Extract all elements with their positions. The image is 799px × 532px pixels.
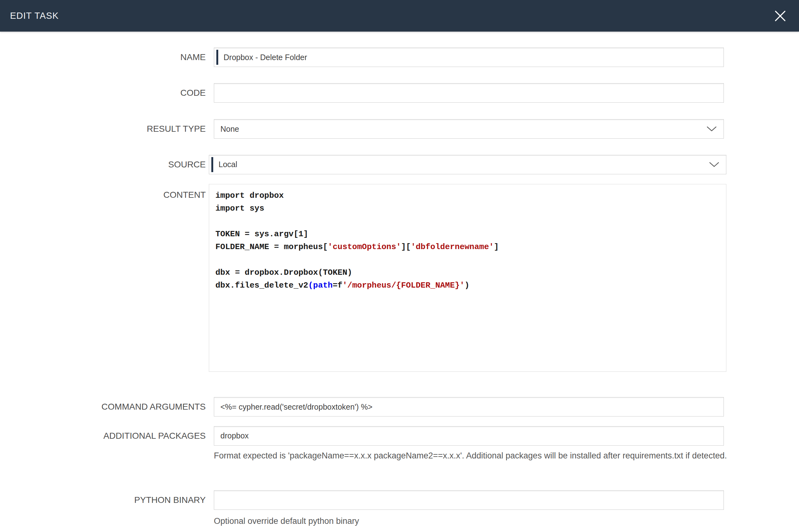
chevron-down-icon bbox=[707, 125, 717, 134]
close-icon bbox=[774, 10, 786, 22]
result-type-select[interactable]: None bbox=[214, 119, 724, 139]
field-row-content: CONTENT import dropboximport sys TOKEN =… bbox=[0, 184, 726, 372]
close-button[interactable] bbox=[773, 8, 788, 23]
source-selected-value: Local bbox=[219, 160, 237, 169]
python-binary-input[interactable] bbox=[214, 490, 724, 510]
code-input[interactable] bbox=[214, 83, 724, 103]
name-label: NAME bbox=[0, 52, 206, 62]
result-type-label: RESULT TYPE bbox=[0, 124, 206, 134]
content-code-editor[interactable]: import dropboximport sys TOKEN = sys.arg… bbox=[209, 184, 726, 372]
field-row-python-binary: PYTHON BINARY bbox=[0, 490, 724, 510]
modal-header: EDIT TASK bbox=[0, 0, 799, 32]
field-row-name: NAME bbox=[0, 48, 724, 67]
field-row-result-type: RESULT TYPE None bbox=[0, 119, 724, 139]
command-arguments-input[interactable] bbox=[214, 397, 724, 417]
command-arguments-label: COMMAND ARGUMENTS bbox=[0, 401, 206, 412]
field-row-source: SOURCE Local bbox=[0, 155, 726, 174]
modal-title: EDIT TASK bbox=[10, 11, 59, 21]
additional-packages-label: ADDITIONAL PACKAGES bbox=[0, 431, 206, 441]
additional-packages-input[interactable] bbox=[214, 426, 724, 445]
name-input[interactable] bbox=[214, 48, 724, 67]
python-binary-help: Optional override default python binary bbox=[214, 515, 729, 528]
text-cursor bbox=[216, 50, 218, 65]
chevron-down-icon bbox=[709, 160, 719, 169]
field-row-additional-packages: ADDITIONAL PACKAGES bbox=[0, 426, 724, 445]
text-cursor bbox=[211, 157, 213, 172]
content-label: CONTENT bbox=[0, 184, 206, 200]
field-row-command-arguments: COMMAND ARGUMENTS bbox=[0, 397, 724, 417]
field-row-code: CODE bbox=[0, 83, 724, 103]
python-binary-label: PYTHON BINARY bbox=[0, 495, 206, 506]
additional-packages-help: Format expected is 'packageName==x.x.x p… bbox=[214, 449, 729, 462]
source-select[interactable]: Local bbox=[209, 155, 726, 174]
code-label: CODE bbox=[0, 88, 206, 98]
result-type-selected-value: None bbox=[220, 125, 239, 134]
source-label: SOURCE bbox=[0, 159, 206, 170]
